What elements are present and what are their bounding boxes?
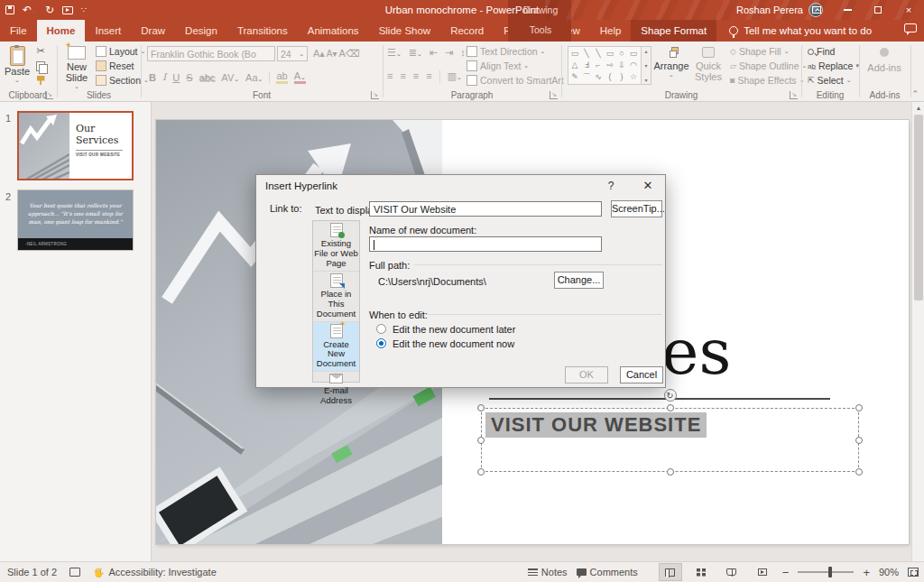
ok-button[interactable]: OK [565,366,608,383]
convert-smartart-button[interactable]: Convert to SmartArt⌄ [467,75,572,86]
bold-icon[interactable]: B [149,72,156,83]
increase-indent-icon[interactable]: ⇥ [445,47,453,59]
underline-icon[interactable]: U [172,72,180,83]
align-text-button[interactable]: Align Text⌄ [467,60,572,71]
replace-button[interactable]: ab̲Replace▾ [808,60,859,71]
dialog-help-button[interactable]: ? [598,175,624,197]
zoom-slider[interactable] [798,571,854,573]
cancel-button[interactable]: Cancel [620,366,663,383]
handle-top-left[interactable] [477,404,485,411]
notes-button[interactable]: Notes [528,567,568,577]
handle-bottom-left[interactable] [477,468,485,476]
clear-formatting-icon[interactable]: A⌫ [339,48,360,60]
select-button[interactable]: ⇱Select⌄ [808,75,859,86]
ribbon-display-options-button[interactable] [801,0,832,20]
addins-button[interactable]: Add-ins [865,45,903,73]
scroll-up-icon[interactable]: ▲ [912,102,924,114]
drawing-dialog-launcher[interactable]: ↘ [790,91,798,99]
minimize-button[interactable] [832,0,863,20]
shapes-gallery[interactable]: ▭╲╲▭○▭ △Ⅎ⌐⇨⇩◠ ✎⌒∿()☆ [568,46,642,85]
comments-button[interactable]: Comments [577,567,638,577]
linkto-place-in-document[interactable]: Place in This Document [313,272,359,322]
slide-thumbnail-1[interactable]: Our Services VISIT OUR WEBSITE [17,111,134,180]
tab-transitions[interactable]: Transitions [227,20,298,42]
shape-effects-button[interactable]: ◙Shape Effects⌄ [730,75,807,86]
change-case-icon[interactable]: Aa⌄ [245,72,263,83]
edit-now-label[interactable]: Edit the new document now [393,338,514,349]
align-left-icon[interactable]: ≡ [387,70,393,83]
new-slide-button[interactable]: New Slide ⌄ [60,43,94,90]
tab-slide-show[interactable]: Slide Show [369,20,441,42]
close-button[interactable]: × [893,0,924,20]
reading-view-button[interactable] [721,564,743,580]
quick-styles-button[interactable]: Quick Styles [690,44,726,82]
strikethrough-icon[interactable]: S [186,72,192,83]
decrease-font-icon[interactable]: A▾ [327,49,337,59]
tab-home[interactable]: Home [37,20,86,42]
display-settings-icon[interactable] [69,568,80,577]
normal-view-button[interactable] [660,564,681,580]
zoom-level[interactable]: 90% [879,567,899,577]
vertical-scrollbar[interactable]: ▲ [911,102,924,561]
shapes-gallery-scrollbar[interactable]: ▴▾▾ [642,46,651,85]
paste-button[interactable]: Paste ⌄ [2,43,32,84]
numbering-icon[interactable]: ≣⌄ [409,47,422,59]
shape-outline-button[interactable]: ▱Shape Outline⌄ [730,60,807,71]
font-color-icon[interactable]: A⌄ [294,70,306,84]
collapse-ribbon-icon[interactable]: ⌃ [911,89,919,98]
align-center-icon[interactable]: ≡ [400,70,405,83]
paragraph-dialog-launcher[interactable]: ↘ [550,91,558,99]
accessibility-checker[interactable]: 🖐 Accessibility: Investigate [93,567,217,577]
linkto-email-address[interactable]: E-mail Address [313,372,359,408]
handle-bottom-center[interactable] [667,468,674,476]
tab-record[interactable]: Record [440,20,494,42]
font-size-combobox[interactable]: 24⌄ [277,46,308,61]
handle-mid-left[interactable] [477,437,485,444]
handle-bottom-right[interactable] [855,468,863,476]
copy-icon[interactable] [36,61,45,71]
cut-icon[interactable]: ✂ [36,45,44,57]
handle-mid-right[interactable] [855,437,863,444]
dialog-close-button[interactable]: ✕ [634,175,661,197]
font-dialog-launcher[interactable]: ↘ [371,91,379,99]
slide-title-fragment[interactable]: es [661,320,731,383]
maximize-button[interactable] [863,0,893,20]
highlight-color-icon[interactable]: ab [276,70,287,84]
find-button[interactable]: Find [808,46,859,57]
character-spacing-icon[interactable]: AV⌄ [221,72,239,83]
increase-font-icon[interactable]: A▴ [313,48,325,60]
edit-later-radio[interactable] [376,324,386,334]
rotation-handle[interactable]: ↻ [664,389,677,402]
arrange-button[interactable]: Arrange ⌄ [652,44,690,79]
tab-animations[interactable]: Animations [298,20,369,42]
format-painter-icon[interactable] [37,76,45,85]
columns-icon[interactable]: ▥⌄ [448,70,462,83]
slide-sorter-view-button[interactable] [690,564,712,580]
edit-later-label[interactable]: Edit the new document later [393,324,515,335]
tab-shape-format[interactable]: Shape Format [631,20,716,42]
change-button[interactable]: Change... [554,272,604,289]
shadow-icon[interactable]: abc [199,72,216,83]
handle-top-center[interactable] [667,404,674,411]
zoom-slider-thumb[interactable] [828,567,832,577]
screentip-button[interactable]: ScreenTip... [611,200,662,217]
justify-icon[interactable]: ≡ [426,70,431,83]
zoom-in-button[interactable]: + [863,566,870,579]
slide-title-underline[interactable] [489,398,830,400]
text-to-display-input[interactable] [369,201,602,217]
zoom-out-button[interactable]: − [782,566,790,579]
slide-thumbnail-2[interactable]: Your best quote that reflects your appro… [17,189,134,251]
selected-textbox[interactable]: ↻ VISIT OUR WEBSITE [481,408,859,472]
decrease-indent-icon[interactable]: ⇤ [430,47,438,59]
scrollbar-thumb[interactable] [914,115,923,300]
tab-file[interactable]: File [0,20,37,42]
text-direction-button[interactable]: Text Direction⌄ [467,46,572,57]
tab-insert[interactable]: Insert [85,20,131,42]
align-right-icon[interactable]: ≡ [413,70,419,83]
edit-now-radio[interactable] [376,338,386,348]
comments-bubble-icon[interactable] [904,23,917,32]
linkto-existing-file[interactable]: Existing File or Web Page [313,221,359,272]
italic-icon[interactable]: I [162,71,166,83]
tab-draw[interactable]: Draw [131,20,175,42]
hyperlink-text[interactable]: VISIT OUR WEBSITE [485,412,707,438]
